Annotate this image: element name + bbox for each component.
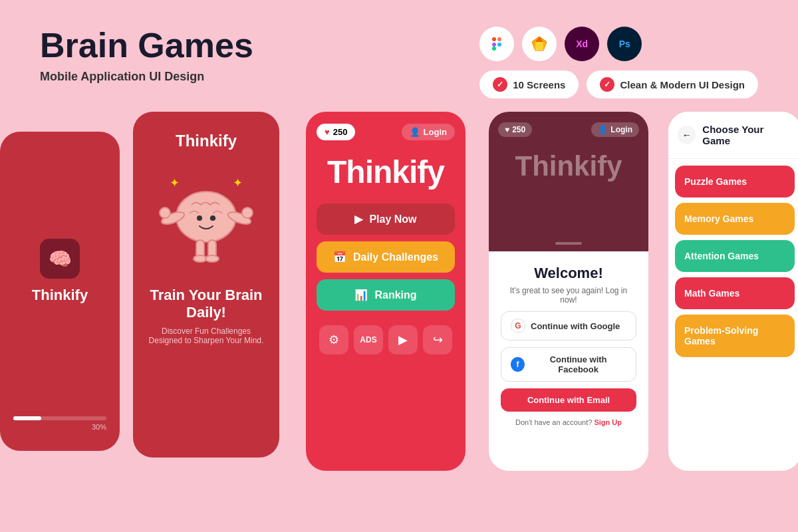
- header-left: Brain Games Mobile Application UI Design: [40, 27, 253, 84]
- phone3-header: ♥ 250 👤 Login: [306, 112, 466, 140]
- game-list: Puzzle Games Memory Games Attention Game…: [668, 159, 798, 364]
- ranking-button[interactable]: 📊 Ranking: [317, 279, 455, 311]
- math-games-label: Math Games: [684, 288, 739, 299]
- settings-icon[interactable]: ⚙: [319, 325, 348, 354]
- svg-rect-3: [497, 37, 501, 41]
- brain-character: ✦ ✦ ✦ ✦: [153, 164, 259, 270]
- phone4-heart-icon: ♥: [505, 125, 509, 134]
- phone2-logo: Thinkify: [176, 132, 237, 150]
- facebook-label: Continue with Facebook: [530, 354, 626, 374]
- svg-text:✦: ✦: [233, 176, 243, 190]
- exit-icon[interactable]: ↪: [423, 325, 452, 354]
- heart-icon: ♥: [325, 127, 330, 137]
- math-games-item[interactable]: Math Games: [675, 277, 795, 309]
- phone4-top-header: ♥ 250 👤 Login: [489, 122, 648, 137]
- phone4-login-label: Login: [610, 125, 632, 134]
- svg-point-15: [197, 215, 202, 221]
- phone4-divider: [555, 242, 582, 245]
- facebook-icon: f: [511, 357, 525, 372]
- signup-link[interactable]: Sign Up: [594, 418, 622, 426]
- phone2-sub: Discover Fun Challenges Designed to Shar…: [146, 327, 266, 345]
- daily-challenges-button[interactable]: 📅 Daily Challenges: [317, 241, 455, 273]
- svg-text:✦: ✦: [170, 176, 180, 190]
- play-icon: ▶: [354, 213, 362, 225]
- xd-icon: Xd: [565, 27, 599, 61]
- phone4-content: Welcome! It's great to see you again! Lo…: [489, 251, 648, 440]
- progress-bar-container: 30%: [13, 416, 106, 431]
- header-right: Xd Ps ✓ 10 Screens ✓ Clean & Modern UI D…: [479, 27, 758, 98]
- problem-solving-label: Problem-Solving Games: [684, 325, 758, 346]
- back-button[interactable]: ←: [678, 126, 696, 144]
- google-login-button[interactable]: G Continue with Google: [501, 311, 636, 340]
- attention-games-label: Attention Games: [684, 251, 759, 261]
- svg-rect-1: [492, 43, 496, 47]
- phone3-footer-icons: ⚙ ADS ▶ ↪: [306, 317, 466, 354]
- ads-icon[interactable]: ADS: [354, 325, 383, 354]
- svg-point-20: [242, 207, 253, 218]
- phone4-top: ♥ 250 👤 Login Thinkify: [489, 112, 648, 251]
- badge-design: ✓ Clean & Modern UI Design: [587, 70, 758, 98]
- check-icon: ✓: [493, 77, 507, 92]
- badges: ✓ 10 Screens ✓ Clean & Modern UI Design: [479, 70, 758, 98]
- email-label: Continue with Email: [527, 395, 610, 405]
- attention-games-item[interactable]: Attention Games: [675, 240, 795, 272]
- phone3-logo: Thinkify: [306, 140, 466, 197]
- daily-icon: 📅: [333, 251, 346, 263]
- phones-area: 🧠 Thinkify 30% Thinkify ✦ ✦ ✦ ✦: [0, 112, 798, 484]
- main-title: Brain Games: [40, 27, 253, 65]
- header: Brain Games Mobile Application UI Design: [0, 0, 798, 112]
- phone5-header: ← Choose Your Game: [668, 112, 798, 159]
- ps-icon: Ps: [607, 27, 642, 61]
- app-icon: 🧠: [40, 239, 80, 279]
- svg-point-19: [160, 207, 170, 218]
- phone1-title: Thinkify: [32, 287, 88, 304]
- progress-bar-fill: [13, 416, 41, 420]
- tool-icons: Xd Ps: [479, 27, 642, 61]
- video-icon[interactable]: ▶: [388, 325, 418, 354]
- hearts-badge: ♥ 250: [317, 124, 355, 140]
- phone4-login-badge[interactable]: 👤 Login: [591, 122, 639, 137]
- svg-point-24: [205, 255, 219, 262]
- phone4-hearts-count: 250: [512, 125, 525, 134]
- sketch-icon: [522, 27, 557, 61]
- phone4-hearts-badge: ♥ 250: [498, 122, 532, 137]
- phone1-splash: 🧠 Thinkify 30%: [0, 132, 120, 451]
- phone4-logo: Thinkify: [515, 150, 622, 182]
- signup-prompt: Don't have an account?: [515, 418, 592, 426]
- phone2-brain: Thinkify ✦ ✦ ✦ ✦: [133, 112, 279, 458]
- google-label: Continue with Google: [531, 321, 620, 331]
- figma-icon: [479, 27, 514, 61]
- login-label: Login: [424, 127, 447, 137]
- ranking-icon: 📊: [354, 289, 368, 301]
- progress-bar-bg: [13, 416, 106, 420]
- check-icon-2: ✓: [600, 77, 614, 92]
- puzzle-games-item[interactable]: Puzzle Games: [675, 166, 795, 198]
- login-badge[interactable]: 👤 Login: [402, 124, 455, 140]
- welcome-title: Welcome!: [501, 265, 636, 282]
- badge-screens-label: 10 Screens: [513, 79, 565, 90]
- play-label: Play Now: [369, 213, 416, 225]
- play-now-button[interactable]: ▶ Play Now: [317, 203, 455, 235]
- svg-rect-0: [492, 37, 496, 41]
- problem-solving-games-item[interactable]: Problem-Solving Games: [675, 315, 795, 357]
- welcome-sub: It's great to see you again! Log in now!: [501, 286, 636, 305]
- hearts-count: 250: [333, 127, 348, 137]
- badge-screens: ✓ 10 Screens: [479, 70, 579, 98]
- svg-point-14: [176, 192, 236, 242]
- facebook-login-button[interactable]: f Continue with Facebook: [501, 347, 636, 382]
- subtitle: Mobile Application UI Design: [40, 70, 253, 84]
- ranking-label: Ranking: [374, 289, 416, 301]
- email-login-button[interactable]: Continue with Email: [501, 388, 636, 412]
- phone5-games: ← Choose Your Game Puzzle Games Memory G…: [668, 112, 798, 471]
- puzzle-games-label: Puzzle Games: [684, 176, 747, 187]
- svg-marker-9: [535, 42, 543, 51]
- phone3-buttons: ▶ Play Now 📅 Daily Challenges 📊 Ranking: [306, 197, 466, 317]
- phone2-tagline: Train Your Brain Daily!: [146, 287, 266, 321]
- svg-point-4: [497, 43, 501, 47]
- memory-games-item[interactable]: Memory Games: [675, 203, 795, 235]
- phone5-title: Choose Your Game: [702, 124, 792, 146]
- phone3-menu: ♥ 250 👤 Login Thinkify ▶ Play Now 📅 Dail…: [306, 112, 466, 471]
- svg-rect-2: [492, 47, 496, 51]
- phone4-login: ♥ 250 👤 Login Thinkify Welcome! It's gre…: [489, 112, 648, 471]
- daily-label: Daily Challenges: [353, 251, 438, 263]
